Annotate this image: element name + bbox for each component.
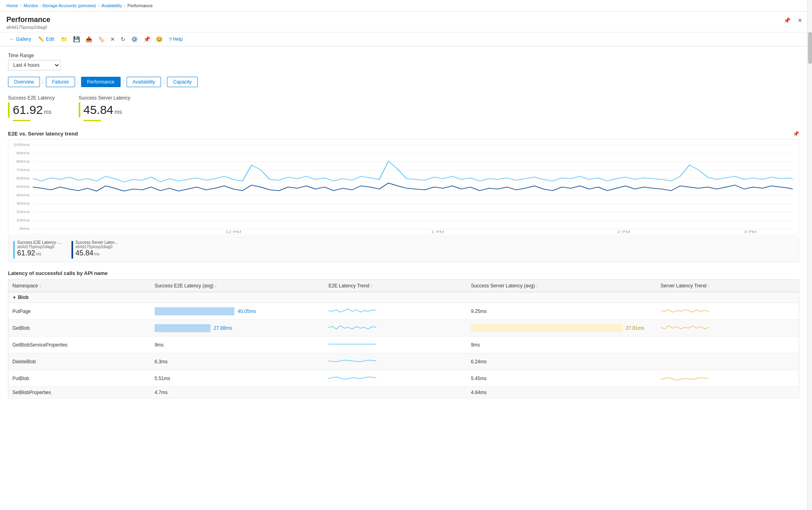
legend-value-server: 45.84 (75, 249, 93, 257)
gallery-button[interactable]: ← Gallery (6, 35, 34, 44)
main-content: Time Range Last 1 hour Last 4 hours Last… (0, 46, 807, 510)
cell-server-avg: 6.24ms (467, 353, 657, 370)
legend-color-server (71, 241, 73, 259)
chart-area: 100ms 90ms 80ms 70ms 60ms 50ms 40ms 30ms (8, 139, 799, 235)
share-button[interactable]: 📤 (83, 34, 95, 44)
cell-e2e-trend (324, 387, 467, 398)
scrollbar-thumb[interactable] (808, 32, 812, 64)
legend-unit-server: ms (94, 252, 99, 256)
table-row: SetBlobProperties 4.7ms 4.64ms (8, 387, 799, 398)
refresh-button[interactable]: ↻ (118, 34, 128, 44)
cell-server-trend (657, 303, 799, 320)
help-button[interactable]: ? Help (166, 35, 186, 44)
gallery-arrow-icon: ← (10, 36, 14, 42)
svg-text:0ms: 0ms (19, 227, 30, 230)
chart-pin-button[interactable]: 📌 (793, 131, 799, 137)
close-button[interactable]: ✕ (796, 16, 804, 24)
gallery-label: Gallery (16, 36, 31, 42)
cell-e2e-avg: 6.3ms (151, 353, 325, 370)
table-row: GetBlobServiceProperties 9ms 9ms (8, 337, 799, 353)
table-row: GetBlob 27.88ms (8, 320, 799, 337)
chart-title: E2E vs. Server latency trend (8, 131, 78, 137)
svg-text:2 PM: 2 PM (617, 230, 630, 233)
breadcrumb-availability[interactable]: Availability (101, 3, 122, 8)
group-blob-header: ▼Blob (8, 292, 799, 303)
svg-text:12 PM: 12 PM (225, 230, 241, 233)
tab-overview[interactable]: Overview (8, 77, 40, 87)
svg-text:80ms: 80ms (16, 159, 30, 163)
breadcrumb-sep-3: › (124, 3, 125, 8)
metric-server-unit: ms (115, 109, 122, 115)
cell-server-trend (657, 320, 799, 337)
table-section-title: Latency of successful calls by API name (8, 270, 799, 276)
col-e2e-avg: Success E2E Latency (avg) ↕ (151, 280, 325, 292)
legend-unit-e2e: ms (36, 252, 41, 256)
metric-server-bar (79, 102, 80, 118)
cell-server-avg: 9ms (467, 337, 657, 353)
time-range-select[interactable]: Last 1 hour Last 4 hours Last 12 hours L… (8, 60, 60, 70)
svg-text:30ms: 30ms (16, 201, 30, 205)
cell-server-trend (657, 387, 799, 398)
time-range-label: Time Range (8, 53, 799, 58)
cell-namespace: GetBlobServiceProperties (8, 337, 151, 353)
header-actions: 📌 ✕ (782, 16, 804, 24)
scrollbar[interactable] (807, 0, 812, 510)
help-icon: ? (169, 36, 172, 42)
svg-text:60ms: 60ms (16, 176, 30, 180)
legend-item-server: Success Server Laten... a64d175piosp2dia… (71, 240, 118, 259)
cell-server-avg: 4.64ms (467, 387, 657, 398)
cell-e2e-avg: 5.51ms (151, 370, 325, 387)
breadcrumb-monitor[interactable]: Monitor - Storage Accounts (preview) (24, 3, 96, 8)
cell-e2e-avg: 9ms (151, 337, 325, 353)
col-server-avg: Success Server Latency (avg) ↕ (467, 280, 657, 292)
time-range-section: Time Range Last 1 hour Last 4 hours Last… (8, 53, 799, 70)
svg-text:50ms: 50ms (16, 185, 30, 188)
table-row: PutPage 40.05ms 9.25ms (8, 303, 799, 320)
metric-server-underline (83, 120, 101, 121)
page-header: Performance a64d175piosp2diag0 📌 ✕ (0, 12, 812, 32)
close-toolbar-button[interactable]: ✕ (108, 34, 117, 44)
page-title: Performance (6, 16, 806, 24)
tabs-container: Overview | Failures | Performance | Avai… (8, 77, 799, 87)
metric-server: Success Server Latency 45.84 ms (79, 95, 130, 121)
legend-color-e2e (13, 241, 15, 259)
metric-server-label: Success Server Latency (79, 95, 130, 101)
cell-e2e-avg: 27.88ms (151, 320, 325, 337)
cell-namespace: GetBlob (8, 320, 151, 337)
cell-namespace: PutPage (8, 303, 151, 320)
legend-resource-e2e: a64d175piosp2diag0 (17, 245, 62, 249)
breadcrumb-home[interactable]: Home (6, 3, 18, 8)
cell-e2e-trend (324, 370, 467, 387)
page-subtitle: a64d175piosp2diag0 (6, 25, 806, 30)
cell-e2e-trend (324, 353, 467, 370)
table-row: DeleteBlob 6.3ms 6.24ms (8, 353, 799, 370)
chart-section: E2E vs. Server latency trend 📌 100ms 90m… (8, 131, 799, 262)
tag-button[interactable]: 🏷️ (95, 34, 107, 44)
legend-name-e2e: Success E2E Latency -... (17, 240, 62, 245)
svg-text:90ms: 90ms (16, 151, 30, 155)
folder-button[interactable]: 📁 (58, 34, 70, 44)
tab-performance[interactable]: Performance (81, 77, 121, 87)
group-arrow-icon: ▼ (12, 295, 16, 300)
metric-server-value: 45.84 (83, 103, 113, 117)
settings-button[interactable]: ⚙️ (129, 34, 140, 44)
tab-failures[interactable]: Failures (46, 77, 75, 87)
metric-e2e-unit: ms (44, 109, 52, 115)
tab-availability[interactable]: Availability (127, 77, 161, 87)
col-namespace: Namespace ↕ (8, 280, 151, 292)
col-server-trend: Server Latency Trend ↕ (657, 280, 799, 292)
legend-name-server: Success Server Laten... (75, 240, 118, 245)
pin-toolbar-button[interactable]: 📌 (141, 34, 153, 44)
breadcrumb: Home › Monitor - Storage Accounts (previ… (0, 0, 812, 12)
pin-button[interactable]: 📌 (782, 16, 792, 24)
cell-server-avg: 5.45ms (467, 370, 657, 387)
col-e2e-trend: E2E Latency Trend ↕ (324, 280, 467, 292)
save-button[interactable]: 💾 (71, 34, 82, 44)
breadcrumb-sep-2: › (98, 3, 99, 8)
emoji-button[interactable]: 😊 (153, 34, 165, 44)
data-table: Namespace ↕ Success E2E Latency (avg) ↕ … (8, 279, 799, 398)
tab-capacity[interactable]: Capacity (167, 77, 198, 87)
table-section: Latency of successful calls by API name … (8, 270, 799, 398)
metric-e2e-underline (13, 120, 30, 121)
edit-button[interactable]: ✏️ Edit (35, 35, 58, 44)
